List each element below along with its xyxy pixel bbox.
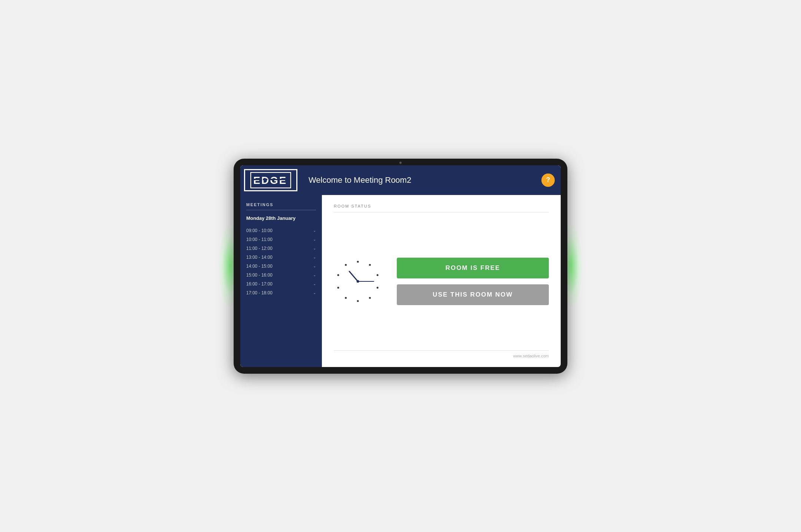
svg-point-15 — [345, 264, 347, 266]
svg-text:EDGE: EDGE — [253, 175, 287, 186]
svg-point-7 — [369, 264, 371, 266]
slot-0-time: 09:00 - 10:00 — [246, 228, 273, 233]
slot-4[interactable]: 14:00 - 15:00 ⌄ — [246, 262, 316, 271]
help-button[interactable]: ? — [541, 174, 555, 187]
use-room-button[interactable]: USE THIS ROOM NOW — [397, 284, 549, 305]
chevron-icon-3: ⌄ — [313, 255, 316, 259]
svg-point-18 — [357, 280, 359, 282]
chevron-icon-1: ⌄ — [313, 237, 316, 241]
clock-container — [334, 257, 382, 305]
right-panel: ROOM STATUS — [322, 195, 561, 367]
scene: EDGE Welcome to Meeting Room2 ? — [222, 151, 578, 381]
footer-divider — [334, 350, 549, 351]
chevron-icon-5: ⌄ — [313, 273, 316, 277]
tablet-shell: EDGE Welcome to Meeting Room2 ? — [234, 159, 567, 374]
slot-5[interactable]: 15:00 - 16:00 ⌄ — [246, 271, 316, 280]
slot-7-time: 17:00 - 18:00 — [246, 290, 273, 295]
slot-3[interactable]: 13:00 - 14:00 ⌄ — [246, 253, 316, 262]
chevron-icon-7: ⌄ — [313, 291, 316, 295]
sidebar-date: Monday 28th January — [246, 215, 316, 221]
svg-point-14 — [337, 274, 339, 276]
slot-6[interactable]: 16:00 - 17:00 ⌄ — [246, 280, 316, 288]
slot-7[interactable]: 17:00 - 18:00 ⌄ — [246, 288, 316, 297]
clock-svg — [334, 257, 382, 305]
screen: EDGE Welcome to Meeting Room2 ? — [240, 165, 561, 367]
room-status-divider — [334, 212, 549, 212]
header-title-area: Welcome to Meeting Room2 — [301, 165, 535, 195]
slot-2-time: 11:00 - 12:00 — [246, 246, 273, 251]
svg-point-9 — [377, 287, 379, 288]
chevron-icon-0: ⌄ — [313, 228, 316, 232]
chevron-icon-4: ⌄ — [313, 264, 316, 268]
svg-point-10 — [369, 297, 371, 299]
slot-5-time: 15:00 - 16:00 — [246, 272, 273, 278]
camera — [399, 162, 402, 164]
slot-2[interactable]: 11:00 - 12:00 ⌄ — [246, 244, 316, 253]
chevron-icon-2: ⌄ — [313, 246, 316, 250]
room-status-label: ROOM STATUS — [334, 204, 549, 208]
chevron-icon-6: ⌄ — [313, 282, 316, 286]
svg-line-16 — [349, 271, 358, 281]
edge-logo: EDGE — [250, 172, 291, 188]
footer-url: www.sedaolive.com — [334, 354, 549, 358]
svg-point-8 — [377, 274, 379, 276]
slot-3-time: 13:00 - 14:00 — [246, 255, 273, 260]
sidebar: MEETINGS Monday 28th January 09:00 - 10:… — [240, 195, 322, 367]
svg-point-6 — [357, 261, 359, 262]
slot-1-time: 10:00 - 11:00 — [246, 237, 273, 242]
slot-6-time: 16:00 - 17:00 — [246, 281, 273, 287]
logo-area: EDGE — [244, 169, 297, 191]
header: EDGE Welcome to Meeting Room2 ? — [240, 165, 561, 195]
svg-point-12 — [345, 297, 347, 299]
buttons-area: ROOM IS FREE USE THIS ROOM NOW — [397, 258, 549, 305]
svg-point-13 — [337, 287, 339, 288]
slot-4-time: 14:00 - 15:00 — [246, 264, 273, 269]
sidebar-divider — [246, 210, 316, 210]
slot-0[interactable]: 09:00 - 10:00 ⌄ — [246, 226, 316, 235]
sidebar-section-title: MEETINGS — [246, 202, 316, 207]
main-content: MEETINGS Monday 28th January 09:00 - 10:… — [240, 195, 561, 367]
header-title: Welcome to Meeting Room2 — [309, 175, 411, 185]
svg-point-11 — [357, 300, 359, 302]
slot-1[interactable]: 10:00 - 11:00 ⌄ — [246, 235, 316, 244]
room-free-button[interactable]: ROOM IS FREE — [397, 258, 549, 278]
status-content: ROOM IS FREE USE THIS ROOM NOW — [334, 221, 549, 341]
